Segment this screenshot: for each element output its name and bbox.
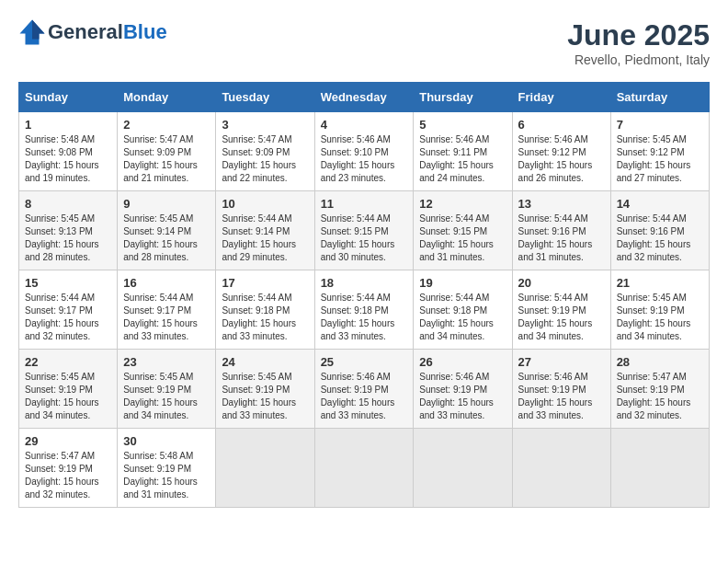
weekday-header-sunday: Sunday <box>19 83 118 112</box>
daylight-label: Daylight: 15 hours and 33 minutes. <box>222 318 296 341</box>
sunset-label: Sunset: 9:19 PM <box>123 385 191 395</box>
calendar-cell: 27 Sunrise: 5:46 AM Sunset: 9:19 PM Dayl… <box>512 350 610 429</box>
day-number: 7 <box>617 118 703 132</box>
day-info: Sunrise: 5:47 AM Sunset: 9:09 PM Dayligh… <box>222 133 308 185</box>
day-number: 18 <box>321 276 408 290</box>
daylight-label: Daylight: 15 hours and 31 minutes. <box>518 239 593 262</box>
day-info: Sunrise: 5:44 AM Sunset: 9:17 PM Dayligh… <box>25 292 111 343</box>
calendar-cell: 22 Sunrise: 5:45 AM Sunset: 9:19 PM Dayl… <box>19 350 118 429</box>
calendar-cell <box>414 429 512 508</box>
day-number: 23 <box>123 355 210 369</box>
calendar-cell: 19 Sunrise: 5:44 AM Sunset: 9:18 PM Dayl… <box>414 270 512 350</box>
daylight-label: Daylight: 15 hours and 34 minutes. <box>25 397 99 420</box>
day-number: 16 <box>123 276 210 290</box>
day-number: 19 <box>419 276 506 290</box>
day-info: Sunrise: 5:48 AM Sunset: 9:19 PM Dayligh… <box>123 450 210 501</box>
calendar-cell: 24 Sunrise: 5:45 AM Sunset: 9:19 PM Dayl… <box>216 350 314 429</box>
day-number: 21 <box>617 276 703 290</box>
day-number: 14 <box>617 197 703 211</box>
calendar-cell: 26 Sunrise: 5:46 AM Sunset: 9:19 PM Dayl… <box>414 350 512 429</box>
logo-icon <box>18 18 46 46</box>
daylight-label: Daylight: 15 hours and 33 minutes. <box>321 397 395 420</box>
sunrise-label: Sunrise: 5:44 AM <box>321 213 391 224</box>
calendar-cell: 3 Sunrise: 5:47 AM Sunset: 9:09 PM Dayli… <box>216 112 314 191</box>
daylight-label: Daylight: 15 hours and 34 minutes. <box>518 318 593 341</box>
sunrise-label: Sunrise: 5:44 AM <box>419 293 489 303</box>
day-number: 10 <box>222 197 308 211</box>
daylight-label: Daylight: 15 hours and 24 minutes. <box>419 160 494 183</box>
daylight-label: Daylight: 15 hours and 29 minutes. <box>222 239 296 262</box>
sunrise-label: Sunrise: 5:47 AM <box>25 451 95 461</box>
day-info: Sunrise: 5:44 AM Sunset: 9:18 PM Dayligh… <box>222 292 308 343</box>
day-info: Sunrise: 5:44 AM Sunset: 9:16 PM Dayligh… <box>518 213 605 264</box>
calendar-week-row: 1 Sunrise: 5:48 AM Sunset: 9:08 PM Dayli… <box>19 112 710 191</box>
calendar-cell: 28 Sunrise: 5:47 AM Sunset: 9:19 PM Dayl… <box>610 350 709 429</box>
sunrise-label: Sunrise: 5:44 AM <box>518 213 588 224</box>
month-title: June 2025 <box>567 18 710 52</box>
calendar-cell: 30 Sunrise: 5:48 AM Sunset: 9:19 PM Dayl… <box>118 429 216 508</box>
sunrise-label: Sunrise: 5:44 AM <box>419 213 489 224</box>
day-number: 4 <box>321 118 408 132</box>
daylight-label: Daylight: 15 hours and 32 minutes. <box>617 239 691 262</box>
sunrise-label: Sunrise: 5:47 AM <box>123 134 193 144</box>
sunrise-label: Sunrise: 5:44 AM <box>321 293 391 303</box>
day-number: 11 <box>321 197 408 211</box>
sunset-label: Sunset: 9:15 PM <box>419 226 487 236</box>
calendar-cell: 13 Sunrise: 5:44 AM Sunset: 9:16 PM Dayl… <box>512 191 610 270</box>
daylight-label: Daylight: 15 hours and 34 minutes. <box>419 318 494 341</box>
weekday-header-wednesday: Wednesday <box>314 83 414 112</box>
sunrise-label: Sunrise: 5:47 AM <box>617 372 687 382</box>
sunrise-label: Sunrise: 5:45 AM <box>25 213 95 224</box>
daylight-label: Daylight: 15 hours and 30 minutes. <box>321 239 395 262</box>
day-number: 1 <box>25 118 111 132</box>
day-number: 15 <box>25 276 111 290</box>
day-number: 2 <box>123 118 210 132</box>
day-number: 24 <box>222 355 308 369</box>
sunrise-label: Sunrise: 5:45 AM <box>222 372 291 382</box>
day-number: 6 <box>518 118 605 132</box>
day-info: Sunrise: 5:47 AM Sunset: 9:19 PM Dayligh… <box>25 450 111 501</box>
day-number: 22 <box>25 355 111 369</box>
daylight-label: Daylight: 15 hours and 19 minutes. <box>25 160 99 183</box>
calendar-cell: 16 Sunrise: 5:44 AM Sunset: 9:17 PM Dayl… <box>118 270 216 350</box>
sunrise-label: Sunrise: 5:46 AM <box>419 134 489 144</box>
calendar-cell: 23 Sunrise: 5:45 AM Sunset: 9:19 PM Dayl… <box>118 350 216 429</box>
calendar-cell: 21 Sunrise: 5:45 AM Sunset: 9:19 PM Dayl… <box>610 270 709 350</box>
day-number: 3 <box>222 118 308 132</box>
day-info: Sunrise: 5:45 AM Sunset: 9:19 PM Dayligh… <box>25 371 111 422</box>
daylight-label: Daylight: 15 hours and 33 minutes. <box>123 318 198 341</box>
day-info: Sunrise: 5:45 AM Sunset: 9:19 PM Dayligh… <box>617 292 703 343</box>
day-number: 5 <box>419 118 506 132</box>
day-info: Sunrise: 5:44 AM Sunset: 9:18 PM Dayligh… <box>419 292 506 343</box>
sunrise-label: Sunrise: 5:44 AM <box>617 213 687 224</box>
daylight-label: Daylight: 15 hours and 32 minutes. <box>617 397 691 420</box>
sunset-label: Sunset: 9:13 PM <box>25 226 93 236</box>
calendar-cell: 17 Sunrise: 5:44 AM Sunset: 9:18 PM Dayl… <box>216 270 314 350</box>
daylight-label: Daylight: 15 hours and 32 minutes. <box>25 477 99 500</box>
calendar-cell: 10 Sunrise: 5:44 AM Sunset: 9:14 PM Dayl… <box>216 191 314 270</box>
calendar-cell: 11 Sunrise: 5:44 AM Sunset: 9:15 PM Dayl… <box>314 191 414 270</box>
calendar-table: SundayMondayTuesdayWednesdayThursdayFrid… <box>18 82 710 508</box>
logo: GeneralBlue <box>18 18 167 46</box>
calendar-cell: 25 Sunrise: 5:46 AM Sunset: 9:19 PM Dayl… <box>314 350 414 429</box>
daylight-label: Daylight: 15 hours and 28 minutes. <box>25 239 99 262</box>
sunset-label: Sunset: 9:18 PM <box>222 305 290 316</box>
sunrise-label: Sunrise: 5:46 AM <box>321 134 391 144</box>
sunset-label: Sunset: 9:19 PM <box>419 385 487 395</box>
sunset-label: Sunset: 9:08 PM <box>25 147 93 157</box>
weekday-header-monday: Monday <box>118 83 216 112</box>
calendar-cell: 9 Sunrise: 5:45 AM Sunset: 9:14 PM Dayli… <box>118 191 216 270</box>
daylight-label: Daylight: 15 hours and 33 minutes. <box>518 397 593 420</box>
day-number: 17 <box>222 276 308 290</box>
daylight-label: Daylight: 15 hours and 33 minutes. <box>419 397 494 420</box>
sunrise-label: Sunrise: 5:46 AM <box>518 372 588 382</box>
sunrise-label: Sunrise: 5:45 AM <box>123 372 193 382</box>
calendar-week-row: 15 Sunrise: 5:44 AM Sunset: 9:17 PM Dayl… <box>19 270 710 350</box>
daylight-label: Daylight: 15 hours and 32 minutes. <box>25 318 99 341</box>
calendar-cell: 12 Sunrise: 5:44 AM Sunset: 9:15 PM Dayl… <box>414 191 512 270</box>
sunset-label: Sunset: 9:19 PM <box>321 385 389 395</box>
weekday-header-friday: Friday <box>512 83 610 112</box>
sunrise-label: Sunrise: 5:45 AM <box>617 293 687 303</box>
sunset-label: Sunset: 9:17 PM <box>25 305 93 316</box>
sunrise-label: Sunrise: 5:44 AM <box>222 213 291 224</box>
